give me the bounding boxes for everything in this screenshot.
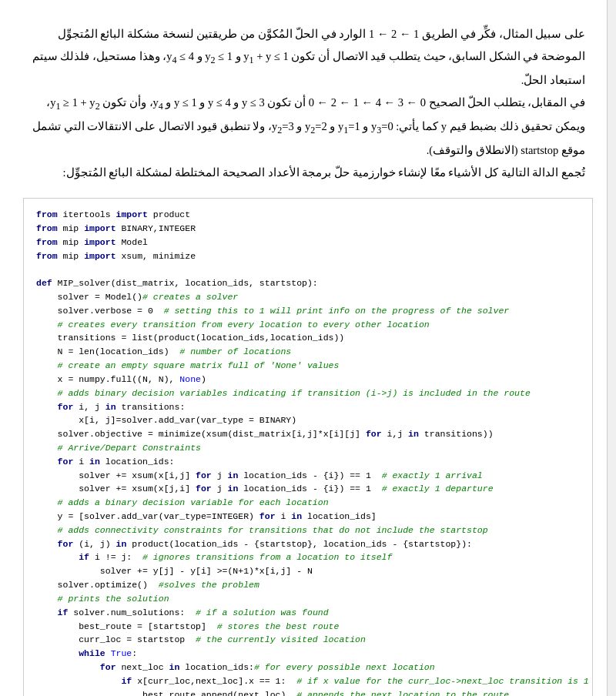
- arabic-text-section: على سبيل المثال، فكِّر في الطريق 1 ← 2 ←…: [0, 0, 616, 192]
- arabic-paragraph-1: على سبيل المثال، فكِّر في الطريق 1 ← 2 ←…: [31, 23, 585, 92]
- arabic-paragraph-3: تُجمع الدالة التالية كل الأشياء معًا لإن…: [31, 162, 585, 184]
- code-block: from itertools import product from mip i…: [23, 198, 593, 696]
- scrollbar[interactable]: [607, 0, 616, 696]
- arabic-paragraph-2: في المقابل، يتطلب الحلّ الصحيح 0 ← 3 ← 4…: [31, 92, 585, 162]
- code-content: from itertools import product from mip i…: [36, 208, 580, 696]
